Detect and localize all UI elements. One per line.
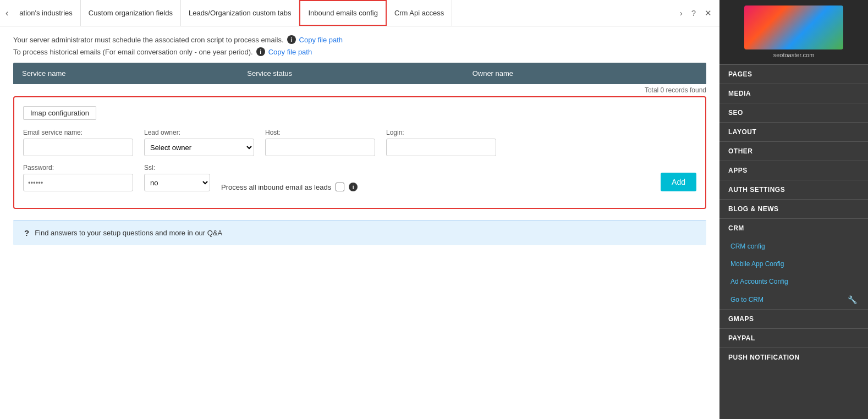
- col-owner-name: Owner name: [473, 69, 697, 78]
- sidebar-logo-image: [744, 5, 843, 49]
- sidebar-item-layout[interactable]: LAYOUT: [719, 122, 868, 141]
- sidebar-item-crm[interactable]: CRM: [719, 218, 868, 238]
- sidebar-item-push-notification[interactable]: PUSH NOTIFICATION: [719, 348, 868, 367]
- field-lead-owner: Lead owner: Select owner: [144, 129, 254, 156]
- field-login: Login:: [386, 129, 496, 156]
- col-service-status: Service status: [247, 69, 472, 78]
- sidebar-item-apps[interactable]: APPS: [719, 161, 868, 180]
- info-line-1: Your server administrator must schedule …: [13, 35, 706, 44]
- sidebar-item-mobile-app-config[interactable]: Mobile App Config: [719, 255, 868, 273]
- tab-prev-btn[interactable]: ‹: [2, 0, 12, 26]
- sidebar-logo-text: seotoaster.com: [773, 52, 815, 58]
- tab-crm-api[interactable]: Crm Api access: [387, 0, 452, 26]
- tab-industries[interactable]: ation's industries: [12, 0, 80, 26]
- tab-bar: ‹ ation's industries Custom organization…: [0, 0, 719, 26]
- tab-next-btn[interactable]: ›: [678, 6, 685, 20]
- sidebar-item-other[interactable]: OTHER: [719, 141, 868, 161]
- close-btn[interactable]: ✕: [702, 6, 714, 20]
- copy-file-path-1[interactable]: Copy file path: [299, 36, 343, 44]
- form-row-2: Password: Ssl: no yes Process all inboun…: [23, 164, 696, 191]
- password-input[interactable]: [23, 174, 133, 191]
- sidebar-item-blog-news[interactable]: BLOG & NEWS: [719, 199, 868, 218]
- info-icon-2[interactable]: i: [256, 47, 265, 56]
- imap-config-title: Imap configuration: [23, 106, 96, 120]
- records-found: Total 0 records found: [13, 84, 706, 96]
- login-input[interactable]: [386, 139, 496, 156]
- go-to-crm-icon: 🔧: [848, 295, 857, 304]
- process-leads-label: Process all inbound email as leads: [221, 183, 331, 191]
- qa-text: Find answers to your setup questions and…: [35, 229, 222, 237]
- field-email-service-name: Email service name:: [23, 129, 133, 156]
- lead-owner-select[interactable]: Select owner: [144, 139, 254, 156]
- qa-icon: ?: [24, 228, 29, 238]
- sidebar-item-gmaps[interactable]: GMAPS: [719, 309, 868, 328]
- add-button[interactable]: Add: [661, 173, 696, 191]
- email-service-name-input[interactable]: [23, 139, 133, 156]
- info-icon-1[interactable]: i: [287, 35, 296, 44]
- sidebar-item-media[interactable]: MEDIA: [719, 84, 868, 103]
- qa-bar: ? Find answers to your setup questions a…: [13, 220, 706, 245]
- sidebar-logo: seotoaster.com: [719, 0, 868, 64]
- right-sidebar: seotoaster.com PAGES MEDIA SEO LAYOUT OT…: [719, 0, 868, 419]
- tab-leads-org-tabs[interactable]: Leads/Organization custom tabs: [181, 0, 299, 26]
- field-host: Host:: [265, 129, 375, 156]
- page-body: Your server administrator must schedule …: [0, 26, 719, 419]
- sidebar-item-paypal[interactable]: PAYPAL: [719, 328, 868, 348]
- sidebar-item-auth-settings[interactable]: AUTH SETTINGS: [719, 180, 868, 199]
- tab-inbound-emails[interactable]: Inbound emails config: [299, 0, 386, 26]
- main-content: ‹ ation's industries Custom organization…: [0, 0, 719, 419]
- form-row-1: Email service name: Lead owner: Select o…: [23, 129, 696, 156]
- process-leads-row: Process all inbound email as leads i: [221, 183, 650, 191]
- tab-bar-actions: › ? ✕: [678, 6, 717, 20]
- sidebar-nav: PAGES MEDIA SEO LAYOUT OTHER APPS AUTH S…: [719, 64, 868, 419]
- info-line-2: To process historical emails (For email …: [13, 47, 706, 56]
- col-service-name: Service name: [22, 69, 247, 78]
- imap-config-box: Imap configuration Email service name: L…: [13, 96, 706, 209]
- ssl-select[interactable]: no yes: [144, 174, 210, 191]
- process-leads-checkbox[interactable]: [336, 183, 344, 191]
- host-input[interactable]: [265, 139, 375, 156]
- sidebar-item-go-to-crm[interactable]: Go to CRM 🔧: [719, 290, 868, 309]
- sidebar-item-pages[interactable]: PAGES: [719, 64, 868, 84]
- tab-custom-org-fields[interactable]: Custom organization fields: [81, 0, 181, 26]
- table-header: Service name Service status Owner name: [13, 63, 706, 84]
- field-password: Password:: [23, 164, 133, 191]
- help-btn[interactable]: ?: [689, 6, 698, 20]
- field-ssl: Ssl: no yes: [144, 164, 210, 191]
- copy-file-path-2[interactable]: Copy file path: [268, 48, 312, 56]
- sidebar-item-ad-accounts-config[interactable]: Ad Accounts Config: [719, 273, 868, 290]
- sidebar-item-seo[interactable]: SEO: [719, 103, 868, 122]
- process-leads-info-icon[interactable]: i: [349, 183, 358, 191]
- sidebar-item-crm-config[interactable]: CRM config: [719, 238, 868, 255]
